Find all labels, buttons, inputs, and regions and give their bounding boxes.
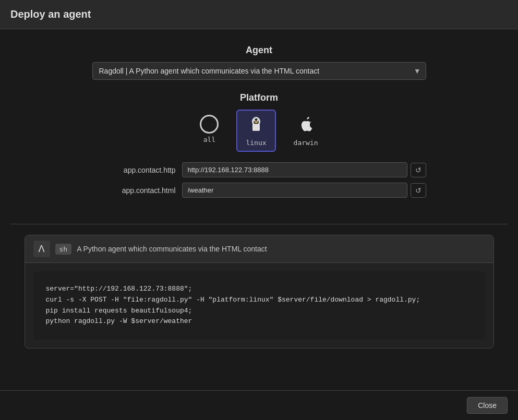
platform-option-darwin[interactable]: darwin [284,110,328,152]
http-input[interactable] [182,162,407,177]
platform-option-linux[interactable]: linux [236,110,275,152]
section-divider [10,224,508,224]
reset-html-button[interactable]: ↺ [411,183,426,198]
field-input-wrapper-http: ↺ [182,162,426,177]
field-row-html: app.contact.html ↺ [92,183,426,198]
field-input-wrapper-html: ↺ [182,183,426,198]
code-card: Λ sh A Python agent which communicates v… [25,235,494,349]
platform-option-all[interactable]: all [190,110,228,152]
platform-section-title: Platform [92,92,426,103]
platform-label-linux: linux [246,139,266,147]
field-row-http: app.contact.http ↺ [92,162,426,177]
svg-point-4 [255,121,256,122]
code-content: server="http://192.168.122.73:8888"; cur… [46,284,473,327]
platform-section: Platform all [92,92,426,203]
all-icon [200,115,219,134]
sh-badge: sh [55,244,72,255]
main-content: Agent Ragdoll | A Python agent which com… [0,29,518,364]
card-description: A Python agent which communicates via th… [77,245,267,253]
platform-options: all [92,110,426,152]
reset-http-button[interactable]: ↺ [411,163,426,177]
page-title: Deploy an agent [10,8,91,20]
ragdoll-icon: Λ [33,241,50,257]
page-header: Deploy an agent [0,0,518,29]
field-label-html: app.contact.html [92,186,176,195]
field-label-http: app.contact.http [92,166,176,174]
code-card-header: Λ sh A Python agent which communicates v… [25,235,493,263]
agent-select[interactable]: Ragdoll | A Python agent which communica… [92,62,426,80]
agent-select-wrapper: Ragdoll | A Python agent which communica… [92,62,426,80]
platform-label-darwin: darwin [294,139,318,147]
html-input[interactable] [182,183,407,198]
svg-rect-9 [257,124,260,131]
code-block: server="http://192.168.122.73:8888"; cur… [33,271,485,340]
close-button[interactable]: Close [467,397,508,414]
bottom-bar: Close [0,390,518,420]
svg-rect-8 [252,124,255,131]
linux-icon [247,115,266,137]
svg-point-5 [258,121,259,122]
svg-point-6 [255,122,258,123]
platform-label-all: all [203,136,215,143]
apple-icon [296,115,315,137]
agent-section-title: Agent [246,45,272,56]
